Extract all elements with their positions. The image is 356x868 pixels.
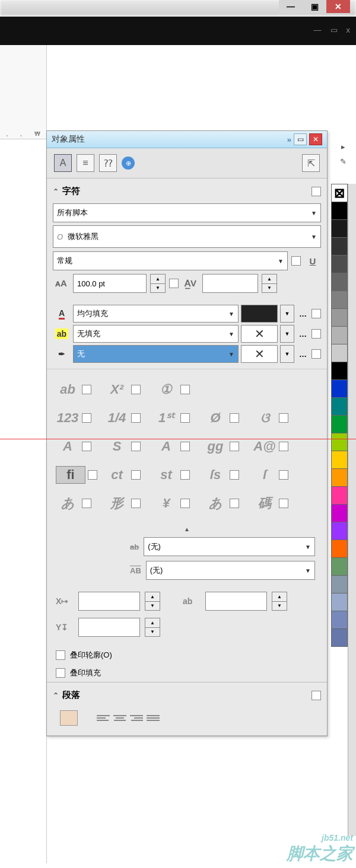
color-swatch[interactable] — [331, 255, 348, 273]
ot-fs[interactable]: ſs — [204, 467, 227, 483]
ot-kanji2[interactable]: 碼 — [253, 494, 276, 512]
color-swatch[interactable] — [331, 557, 348, 576]
script-dropdown[interactable]: 所有脚本▼ — [53, 203, 321, 222]
x-offset-input[interactable] — [78, 592, 140, 611]
overprint-outline-checkbox[interactable] — [56, 650, 65, 660]
bg-more-button[interactable]: … — [297, 330, 309, 339]
tab-paragraph[interactable]: ≡ — [77, 154, 94, 172]
ot-longs[interactable]: ſ — [253, 467, 276, 483]
color-swatch[interactable] — [331, 540, 348, 558]
ot-st[interactable]: st — [154, 467, 178, 483]
overprint-fill-checkbox[interactable] — [56, 668, 65, 678]
ot-a1[interactable]: A — [56, 439, 80, 454]
y-offset-input[interactable] — [78, 618, 140, 637]
ot-fraction[interactable]: 1/4 — [105, 410, 129, 426]
ot-kana1[interactable]: あ — [56, 494, 80, 512]
ot-ab[interactable]: ab — [56, 382, 80, 397]
color-swatch[interactable] — [331, 202, 348, 220]
ot-fi[interactable]: fi — [56, 466, 85, 484]
color-swatch[interactable] — [331, 593, 348, 611]
color-swatch[interactable] — [331, 291, 348, 309]
align-right-icon[interactable] — [130, 712, 143, 724]
tab-character[interactable]: A — [54, 154, 72, 172]
fill-color-swatch[interactable] — [241, 305, 278, 323]
outline-lock-checkbox[interactable] — [312, 349, 321, 359]
font-size-spinner[interactable]: ▲▼ — [150, 274, 166, 293]
close-button[interactable]: ✕ — [326, 0, 350, 13]
color-swatch[interactable] — [331, 344, 348, 362]
ot-ordinal[interactable]: 1ˢᵗ — [154, 410, 178, 426]
fill-lock-checkbox[interactable] — [312, 309, 321, 318]
ot-slashed[interactable]: Ø — [204, 410, 227, 426]
align-center-icon[interactable] — [113, 712, 126, 724]
outline-color-swatch[interactable]: ✕ — [241, 345, 278, 363]
undock-button[interactable]: ▭ — [294, 133, 307, 145]
expand-button[interactable]: ⇱ — [302, 154, 320, 172]
ot-kanji1[interactable]: 形 — [105, 494, 129, 512]
color-swatch[interactable] — [331, 468, 348, 487]
color-swatch[interactable] — [331, 326, 348, 344]
ot-yen[interactable]: ¥ — [154, 496, 178, 511]
paragraph-style-icon[interactable] — [60, 710, 78, 726]
size-lock-checkbox[interactable] — [169, 279, 179, 288]
outline-color-dropdown[interactable]: ▼ — [280, 345, 294, 363]
align-justify-icon[interactable] — [147, 712, 160, 724]
ot-s[interactable]: S — [105, 439, 129, 454]
color-swatch[interactable] — [331, 522, 348, 540]
para-lock-checkbox[interactable] — [312, 691, 321, 700]
fill-color-dropdown[interactable]: ▼ — [280, 305, 294, 323]
color-swatch[interactable] — [331, 504, 348, 522]
y-offset-spinner[interactable]: ▲▼ — [145, 618, 160, 637]
no-color-swatch[interactable]: ⊠ — [331, 184, 348, 202]
font-size-input[interactable]: 100.0 pt — [73, 274, 147, 293]
kerning-spinner[interactable]: ▲▼ — [262, 274, 277, 293]
fill-type-dropdown[interactable]: 均匀填充▼ — [73, 305, 239, 323]
color-swatch[interactable] — [331, 628, 348, 647]
sub-maximize-icon[interactable]: ▭ — [330, 25, 338, 34]
color-swatch[interactable] — [331, 379, 348, 398]
color-swatch[interactable] — [331, 237, 348, 256]
bg-lock-checkbox[interactable] — [312, 329, 321, 339]
collapse-arrow-icon[interactable]: ▲ — [47, 524, 327, 535]
ot-numbers[interactable]: 123 — [56, 410, 80, 426]
color-swatch[interactable] — [331, 433, 348, 451]
maximize-button[interactable]: ▣ — [303, 0, 326, 13]
color-swatch[interactable] — [331, 397, 348, 416]
ot-swash[interactable]: ଓ — [253, 410, 276, 426]
ot-gg[interactable]: gg — [204, 439, 227, 454]
style-lock-checkbox[interactable] — [291, 256, 301, 266]
color-swatch[interactable] — [331, 415, 348, 433]
x-offset-spinner[interactable]: ▲▼ — [145, 592, 160, 611]
ot-at[interactable]: A@ — [253, 439, 276, 454]
color-swatch[interactable] — [331, 611, 348, 629]
bg-color-dropdown[interactable]: ▼ — [280, 325, 294, 343]
paragraph-header[interactable]: ⌃ 段落 — [53, 686, 321, 704]
minimize-button[interactable]: — — [279, 0, 303, 13]
font-style-dropdown[interactable]: 常规▼ — [53, 251, 288, 270]
underline-icon[interactable]: U — [304, 256, 321, 266]
font-dropdown[interactable]: O 微软雅黑▼ — [53, 225, 321, 248]
sub-minimize-icon[interactable]: — — [314, 25, 322, 34]
char-angle-spinner[interactable]: ▲▼ — [272, 592, 287, 611]
settings-icon[interactable]: ✎ — [340, 157, 347, 166]
color-swatch[interactable] — [331, 451, 348, 469]
ot-superscript[interactable]: X² — [105, 382, 129, 397]
collapse-icon[interactable]: » — [287, 135, 291, 144]
ot-ct[interactable]: ct — [105, 467, 129, 483]
color-swatch[interactable] — [331, 362, 348, 380]
overline-dropdown[interactable]: (无)▼ — [146, 561, 315, 580]
color-swatch[interactable] — [331, 273, 348, 291]
outline-dropdown[interactable]: 无▼ — [73, 345, 239, 363]
kerning-input[interactable] — [202, 274, 258, 293]
flyout-arrow-icon[interactable]: ▸ — [341, 142, 345, 151]
ot-script-a[interactable]: A — [154, 439, 178, 454]
character-header[interactable]: ⌃ 字符 — [53, 182, 321, 200]
tab-frame[interactable]: ⁇ — [99, 154, 117, 172]
char-angle-input[interactable] — [205, 592, 267, 611]
ot-circled[interactable]: ① — [154, 382, 178, 397]
fill-more-button[interactable]: … — [297, 309, 309, 318]
align-left-icon[interactable] — [97, 712, 110, 724]
outline-more-button[interactable]: … — [297, 350, 309, 359]
panel-titlebar[interactable]: 对象属性 » ▭ ✕ — [47, 131, 327, 148]
color-swatch[interactable] — [331, 486, 348, 505]
